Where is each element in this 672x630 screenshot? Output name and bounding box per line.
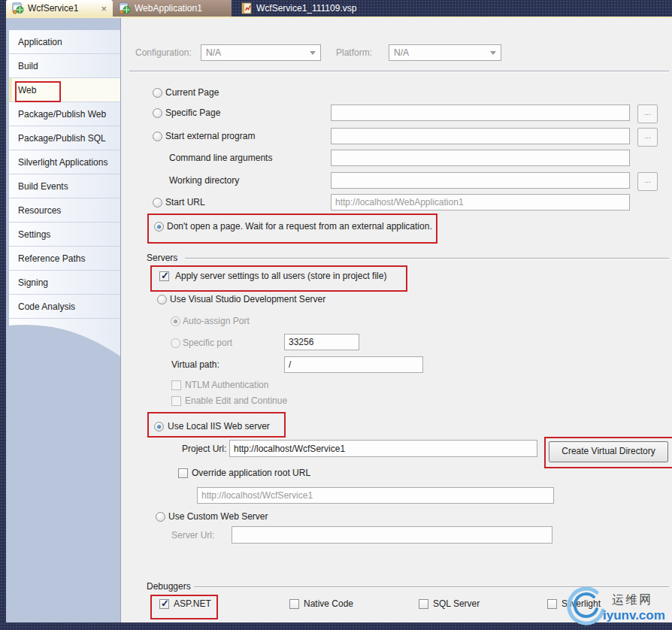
specific-page-radio[interactable] — [153, 108, 162, 118]
active-tab-underline — [6, 17, 672, 18]
start-external-program-radio[interactable] — [153, 132, 162, 141]
platform-label: Platform: — [336, 47, 372, 58]
start-url-input[interactable] — [331, 194, 630, 211]
configuration-select[interactable]: N/A — [201, 44, 321, 61]
working-directory-input[interactable] — [331, 172, 630, 189]
use-dev-server-label: Use Visual Studio Development Server — [170, 294, 325, 304]
virtual-path-label: Virtual path: — [171, 359, 219, 370]
web-project-icon — [119, 2, 131, 14]
aspnet-debugger-label: ASP.NET — [174, 598, 211, 609]
sidebar-item-label: Web — [18, 85, 36, 95]
specific-page-browse-button[interactable]: ... — [637, 104, 658, 123]
start-external-program-input[interactable] — [331, 128, 630, 144]
sidebar-item-package-publish-sql[interactable]: Package/Publish SQL — [9, 126, 120, 150]
tab-performance-report[interactable]: WcfService1_111109.vsp — [235, 0, 362, 17]
sidebar-item-build[interactable]: Build — [9, 54, 120, 78]
auto-assign-port-radio[interactable] — [171, 317, 180, 326]
header-separator — [129, 71, 669, 71]
server-url-label: Server Url: — [171, 530, 214, 541]
project-url-label: Project Url: — [182, 444, 226, 454]
sidebar-item-label: Package/Publish SQL — [18, 133, 106, 144]
tab-label: WcfService1_111109.vsp — [256, 3, 356, 14]
platform-value: N/A — [394, 47, 409, 58]
dropdown-arrow-icon — [490, 51, 496, 55]
current-page-radio[interactable] — [153, 88, 162, 98]
apply-server-settings-label: Apply server settings to all users (stor… — [175, 271, 386, 281]
tab-webapplication1[interactable]: WebApplication1 — [113, 0, 232, 17]
override-root-input[interactable] — [197, 487, 554, 504]
specific-port-label: Specific port — [183, 338, 232, 348]
sidebar-item-settings[interactable]: Settings — [9, 223, 120, 247]
sidebar-item-resources[interactable]: Resources — [9, 198, 120, 223]
specific-port-radio[interactable] — [171, 338, 180, 348]
override-root-label: Override application root URL — [192, 468, 310, 478]
dont-open-page-label: Don't open a page. Wait for a request fr… — [167, 221, 432, 232]
specific-page-input[interactable] — [331, 104, 630, 121]
sidebar-item-application[interactable]: Application — [9, 30, 120, 54]
specific-page-label: Specific Page — [165, 108, 220, 118]
window-left-edge — [0, 17, 6, 622]
server-url-input[interactable] — [232, 526, 552, 544]
use-custom-server-radio[interactable] — [156, 512, 165, 522]
configuration-value: N/A — [206, 47, 221, 58]
sidebar-item-package-publish-web[interactable]: Package/Publish Web — [9, 102, 120, 126]
working-directory-label: Working directory — [169, 175, 239, 186]
ntlm-authentication-label: NTLM Authentication — [185, 380, 268, 390]
sidebar-item-label: Signing — [18, 277, 48, 288]
start-url-radio[interactable] — [153, 198, 162, 207]
close-icon[interactable]: × — [101, 4, 107, 14]
command-line-arguments-label: Command line arguments — [169, 153, 272, 163]
dropdown-arrow-icon — [310, 51, 316, 55]
sidebar-item-label: Code Analysis — [18, 301, 75, 312]
tab-label: WebApplication1 — [135, 3, 202, 14]
sidebar-item-label: Package/Publish Web — [18, 109, 106, 120]
sidebar-item-label: Resources — [18, 205, 61, 216]
sidebar-item-label: Application — [18, 37, 62, 47]
wcf-project-icon — [12, 2, 24, 14]
project-url-input[interactable] — [229, 440, 537, 457]
sidebar-item-code-analysis[interactable]: Code Analysis — [9, 295, 120, 319]
property-page-tabs: Application Build Web Package/Publish We… — [9, 30, 120, 319]
native-code-debugger-checkbox[interactable] — [289, 599, 299, 609]
sidebar-item-label: Settings — [18, 229, 50, 240]
sidebar-item-silverlight-applications[interactable]: Silverlight Applications — [9, 150, 120, 174]
servers-group-label: Servers — [147, 253, 177, 263]
edit-and-continue-checkbox[interactable] — [171, 396, 181, 406]
use-custom-server-label: Use Custom Web Server — [168, 511, 268, 522]
silverlight-debugger-label: Silverlight — [562, 598, 601, 609]
sidebar-item-label: Build — [18, 61, 38, 71]
create-virtual-directory-button[interactable]: Create Virtual Directory — [549, 441, 668, 462]
sidebar-item-reference-paths[interactable]: Reference Paths — [9, 247, 120, 271]
debuggers-group-label: Debuggers — [147, 581, 191, 592]
start-external-program-label: Start external program — [165, 131, 255, 141]
servers-group-line — [185, 258, 669, 259]
document-tab-bar: WcfService1 × WebApplication1 WcfService… — [0, 0, 672, 17]
sidebar-item-web[interactable]: Web — [9, 78, 120, 102]
tab-wcfservice1[interactable]: WcfService1 × — [6, 0, 113, 17]
virtual-path-input[interactable] — [284, 356, 423, 373]
use-dev-server-radio[interactable] — [157, 295, 167, 304]
sidebar-item-build-events[interactable]: Build Events — [9, 174, 120, 198]
dont-open-page-radio[interactable] — [154, 222, 164, 232]
ntlm-authentication-checkbox[interactable] — [171, 380, 181, 390]
platform-select[interactable]: N/A — [389, 44, 501, 61]
sql-server-debugger-label: SQL Server — [433, 598, 480, 609]
edit-and-continue-label: Enable Edit and Continue — [185, 395, 287, 406]
silverlight-debugger-checkbox[interactable] — [547, 599, 557, 609]
aspnet-debugger-checkbox[interactable] — [159, 599, 169, 609]
command-line-arguments-input[interactable] — [331, 150, 630, 166]
apply-server-settings-checkbox[interactable] — [159, 271, 169, 281]
window-bottom-edge — [0, 622, 672, 630]
sidebar-item-signing[interactable]: Signing — [9, 271, 120, 295]
override-root-checkbox[interactable] — [178, 468, 188, 478]
start-external-program-browse-button[interactable]: ... — [637, 128, 658, 147]
native-code-debugger-label: Native Code — [304, 598, 353, 609]
sql-server-debugger-checkbox[interactable] — [419, 599, 428, 609]
use-local-iis-radio[interactable] — [154, 422, 164, 432]
specific-port-input[interactable] — [284, 334, 359, 350]
sidebar-item-label: Build Events — [18, 181, 68, 192]
auto-assign-port-label: Auto-assign Port — [183, 316, 250, 326]
tab-label: WcfService1 — [28, 3, 78, 14]
start-url-label: Start URL — [165, 197, 205, 207]
working-directory-browse-button[interactable]: ... — [637, 172, 658, 191]
